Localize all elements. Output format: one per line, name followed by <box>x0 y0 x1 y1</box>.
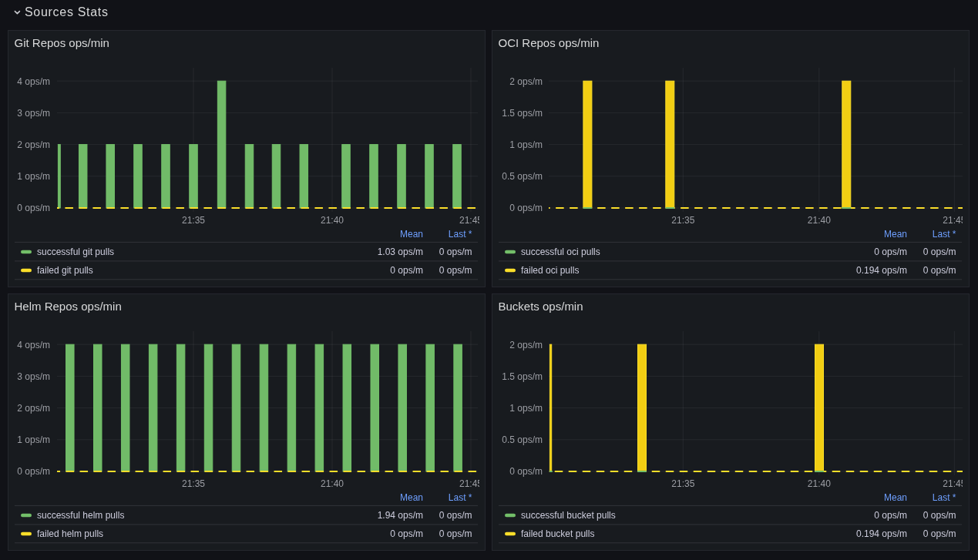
svg-text:Sources Stats: Sources Stats <box>25 5 109 18</box>
svg-text:0 ops/m: 0 ops/m <box>439 510 472 521</box>
svg-text:Last *: Last * <box>449 492 472 503</box>
svg-text:0 ops/m: 0 ops/m <box>923 510 956 521</box>
svg-text:21:35: 21:35 <box>182 215 205 226</box>
svg-text:Mean: Mean <box>884 229 907 240</box>
svg-text:0 ops/m: 0 ops/m <box>17 466 50 477</box>
svg-text:21:35: 21:35 <box>671 478 694 489</box>
svg-text:1 ops/m: 1 ops/m <box>509 139 543 150</box>
svg-text:1.03 ops/m: 1.03 ops/m <box>378 246 423 257</box>
svg-text:0.5 ops/m: 0.5 ops/m <box>502 171 543 182</box>
svg-text:21:45: 21:45 <box>943 478 966 489</box>
svg-text:21:40: 21:40 <box>808 215 831 226</box>
svg-text:0.5 ops/m: 0.5 ops/m <box>502 434 543 445</box>
svg-text:1.94 ops/m: 1.94 ops/m <box>378 510 423 521</box>
svg-text:21:35: 21:35 <box>671 215 694 226</box>
svg-text:Mean: Mean <box>884 492 907 503</box>
svg-text:1.5 ops/m: 1.5 ops/m <box>502 371 543 382</box>
svg-text:failed git pulls: failed git pulls <box>37 265 93 276</box>
svg-text:0 ops/m: 0 ops/m <box>874 510 907 521</box>
svg-text:0 ops/m: 0 ops/m <box>874 246 907 257</box>
svg-text:failed oci pulls: failed oci pulls <box>521 265 579 276</box>
svg-text:21:45: 21:45 <box>459 478 482 489</box>
svg-text:1.5 ops/m: 1.5 ops/m <box>502 108 543 119</box>
svg-text:21:40: 21:40 <box>808 478 831 489</box>
svg-text:successful bucket pulls: successful bucket pulls <box>521 510 616 521</box>
svg-text:2 ops/m: 2 ops/m <box>509 76 543 87</box>
svg-text:OCI Repos ops/min: OCI Repos ops/min <box>499 36 600 49</box>
svg-text:0 ops/m: 0 ops/m <box>439 265 472 276</box>
svg-text:failed bucket pulls: failed bucket pulls <box>521 528 594 539</box>
svg-text:successful helm pulls: successful helm pulls <box>37 510 124 521</box>
svg-text:4 ops/m: 4 ops/m <box>17 340 50 350</box>
svg-text:failed helm pulls: failed helm pulls <box>37 528 103 539</box>
svg-text:4 ops/m: 4 ops/m <box>17 76 50 87</box>
svg-text:0 ops/m: 0 ops/m <box>923 246 956 257</box>
svg-text:0 ops/m: 0 ops/m <box>390 265 423 276</box>
svg-text:0 ops/m: 0 ops/m <box>923 265 956 276</box>
svg-text:0 ops/m: 0 ops/m <box>17 203 50 213</box>
svg-text:0 ops/m: 0 ops/m <box>439 246 472 257</box>
svg-text:1 ops/m: 1 ops/m <box>17 434 50 445</box>
svg-text:Mean: Mean <box>400 229 423 240</box>
svg-text:2 ops/m: 2 ops/m <box>509 340 543 350</box>
svg-text:0 ops/m: 0 ops/m <box>923 528 956 539</box>
svg-text:0 ops/m: 0 ops/m <box>439 528 472 539</box>
svg-text:3 ops/m: 3 ops/m <box>17 108 50 119</box>
svg-text:3 ops/m: 3 ops/m <box>17 371 50 382</box>
svg-text:successful oci pulls: successful oci pulls <box>521 246 600 257</box>
svg-text:1 ops/m: 1 ops/m <box>17 171 50 182</box>
svg-text:Helm Repos ops/min: Helm Repos ops/min <box>15 300 122 313</box>
svg-text:Buckets ops/min: Buckets ops/min <box>499 300 583 313</box>
svg-text:0 ops/m: 0 ops/m <box>509 466 543 477</box>
svg-text:Last *: Last * <box>933 492 956 503</box>
svg-text:21:40: 21:40 <box>321 478 344 489</box>
svg-text:Git Repos ops/min: Git Repos ops/min <box>15 36 109 49</box>
svg-text:2 ops/m: 2 ops/m <box>17 403 50 414</box>
svg-text:Last *: Last * <box>933 229 956 240</box>
svg-text:21:45: 21:45 <box>459 215 482 226</box>
svg-text:Mean: Mean <box>400 492 423 503</box>
svg-text:21:40: 21:40 <box>321 215 344 226</box>
svg-text:Last *: Last * <box>449 229 472 240</box>
svg-text:0 ops/m: 0 ops/m <box>509 203 543 213</box>
svg-text:0.194 ops/m: 0.194 ops/m <box>856 528 907 539</box>
svg-text:21:45: 21:45 <box>943 215 966 226</box>
svg-text:2 ops/m: 2 ops/m <box>17 139 50 150</box>
svg-text:successful git pulls: successful git pulls <box>37 246 114 257</box>
svg-text:1 ops/m: 1 ops/m <box>509 403 543 414</box>
svg-text:21:35: 21:35 <box>182 478 205 489</box>
svg-text:0.194 ops/m: 0.194 ops/m <box>856 265 907 276</box>
svg-text:0 ops/m: 0 ops/m <box>390 528 423 539</box>
